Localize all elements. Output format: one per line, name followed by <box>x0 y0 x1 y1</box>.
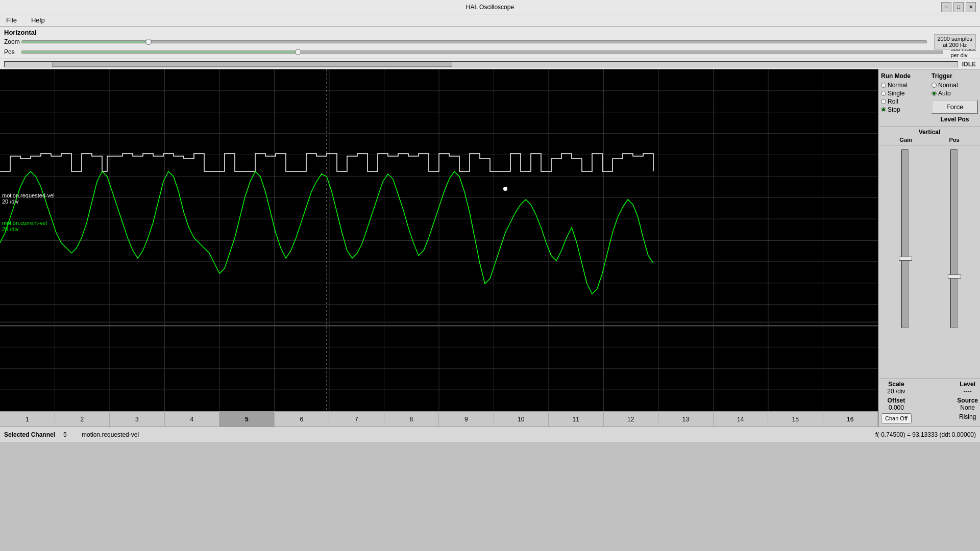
zoom-slider[interactable] <box>21 40 927 43</box>
vertical-label: Vertical <box>881 129 978 136</box>
run-mode-section: Run Mode Normal Single Roll Stop <box>881 72 927 123</box>
offset-val: 0.000 <box>881 404 912 411</box>
trig-auto-radio[interactable] <box>932 91 937 96</box>
selected-channel-value: 5 <box>63 431 74 438</box>
ch1-scale: 20 /div <box>2 198 18 205</box>
trig-normal-radio[interactable] <box>932 83 937 88</box>
run-single-label: Single <box>888 90 904 97</box>
chan-tab-6[interactable]: 6 <box>275 412 330 427</box>
chan-tab-11[interactable]: 11 <box>549 412 604 427</box>
run-single-radio[interactable] <box>881 91 886 96</box>
trig-normal-label: Normal <box>938 82 958 89</box>
level-label: Level <box>957 381 978 388</box>
run-normal-radio[interactable] <box>881 83 886 88</box>
run-mode-title: Run Mode <box>881 72 927 80</box>
gain-thumb[interactable] <box>899 257 912 261</box>
chan-tab-10[interactable]: 10 <box>494 412 549 427</box>
chan-tab-2[interactable]: 2 <box>55 412 110 427</box>
osc-canvas: motion.requested-vel 20 /div motion.curr… <box>0 69 878 411</box>
source-label: Source <box>957 397 978 404</box>
menu-help[interactable]: Help <box>27 15 49 25</box>
idle-status: IDLE <box>962 61 976 68</box>
ch2-scale: 20 /div <box>2 226 18 232</box>
gain-header: Gain <box>899 137 912 143</box>
ch1-label: motion.requested-vel 20 /div <box>2 192 55 205</box>
title-bar: HAL Oscilloscope ─ □ ✕ <box>0 0 980 14</box>
run-normal-label: Normal <box>888 82 908 89</box>
ch2-label: motion.current-vel 20 /div <box>2 220 47 232</box>
pos-slider-vert[interactable] <box>950 149 958 328</box>
time-scroll-area: IDLE <box>0 59 980 69</box>
chan-tab-15[interactable]: 15 <box>768 412 823 427</box>
source-val: None <box>957 404 978 411</box>
run-roll-label: Roll <box>888 98 898 105</box>
ch2-name: motion.current-vel <box>2 220 47 226</box>
offset-label: Offset <box>881 397 912 404</box>
pos-slider[interactable] <box>21 51 943 54</box>
chan-tab-5[interactable]: 5 <box>219 412 275 427</box>
selected-signal-name: motion.requested-vel <box>82 431 139 438</box>
channel-tabs: 1 2 3 4 5 6 7 8 9 10 11 12 13 14 15 16 <box>0 411 878 427</box>
scale-label: Scale <box>881 381 912 388</box>
scale-val: 20 /div <box>881 388 912 395</box>
chan-tab-12[interactable]: 12 <box>604 412 659 427</box>
channel-info: Scale 20 /div Offset 0.000 Chan Off Leve… <box>879 378 980 427</box>
chan-tab-9[interactable]: 9 <box>439 412 494 427</box>
pos-label: Pos <box>4 48 18 56</box>
time-scrollbar[interactable] <box>4 61 958 67</box>
trig-auto-label: Auto <box>938 90 951 97</box>
ch1-name: motion.requested-vel <box>2 192 55 198</box>
chan-tab-3[interactable]: 3 <box>110 412 165 427</box>
run-stop-radio[interactable] <box>881 107 886 112</box>
samples-info: 2000 samplesat 200 Hz <box>934 34 976 49</box>
trigger-title: Trigger <box>932 72 978 80</box>
menu-file[interactable]: File <box>2 15 21 25</box>
pos-thumb[interactable] <box>948 274 961 279</box>
horizontal-section: Horizontal Zoom 2000 samplesat 200 Hz Po… <box>0 27 980 59</box>
status-bar: Selected Channel 5 motion.requested-vel … <box>0 427 980 442</box>
level-pos-label: Level Pos <box>932 116 978 123</box>
close-button[interactable]: ✕ <box>966 2 976 12</box>
chan-tab-13[interactable]: 13 <box>658 412 714 427</box>
level-val: ---- <box>957 388 978 395</box>
rising-label: Rising <box>957 413 978 420</box>
menu-bar: File Help <box>0 14 980 27</box>
chan-off-button[interactable]: Chan Off <box>881 413 912 423</box>
window-title: HAL Oscilloscope <box>466 4 514 11</box>
right-panel: Run Mode Normal Single Roll Stop <box>878 69 980 427</box>
selected-chan-section: Selected Channel <box>4 431 55 438</box>
osc-wrapper: motion.requested-vel 20 /div motion.curr… <box>0 69 878 427</box>
horizontal-label: Horizontal <box>4 29 976 36</box>
zoom-label: Zoom <box>4 38 18 45</box>
formula-display: f(-0.74500) = 93.13333 (ddt 0.00000) <box>875 431 976 438</box>
samples-text: 2000 samplesat 200 Hz <box>938 36 973 48</box>
minimize-button[interactable]: ─ <box>941 2 951 12</box>
chan-tab-1[interactable]: 1 <box>0 412 55 427</box>
trigger-section: Trigger Normal Auto Force Level Pos <box>932 72 978 123</box>
pos-slider-group <box>950 149 958 328</box>
chan-tab-4[interactable]: 4 <box>165 412 220 427</box>
maximize-button[interactable]: □ <box>953 2 964 12</box>
signal-display <box>0 69 878 411</box>
force-button[interactable]: Force <box>932 100 978 114</box>
pos-header: Pos <box>949 137 959 143</box>
chan-tab-16[interactable]: 16 <box>823 412 878 427</box>
gain-slider-group <box>901 149 909 328</box>
chan-tab-8[interactable]: 8 <box>384 412 439 427</box>
chan-tab-14[interactable]: 14 <box>714 412 769 427</box>
cursor-dot <box>503 187 507 191</box>
run-stop-label: Stop <box>888 106 900 113</box>
gain-slider[interactable] <box>901 149 909 328</box>
chan-tab-7[interactable]: 7 <box>329 412 384 427</box>
run-roll-radio[interactable] <box>881 99 886 104</box>
selected-channel-label: Selected Channel <box>4 431 55 438</box>
